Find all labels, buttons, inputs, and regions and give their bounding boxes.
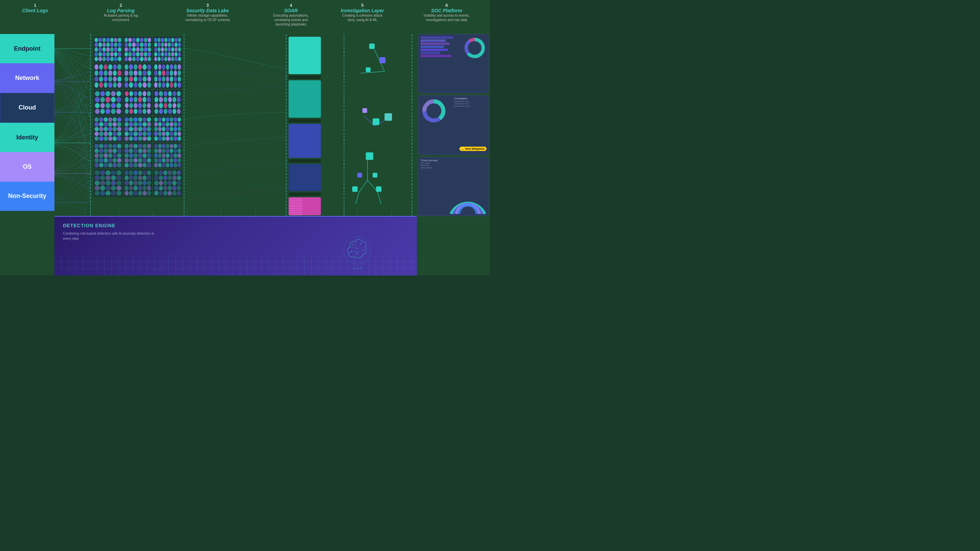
soar-connector3 <box>288 159 321 163</box>
soar-block-data: 1010110010100101010011010100101001101010… <box>288 197 321 215</box>
log-os: OS <box>0 152 54 181</box>
col4-label: 4 SOAR Executing automations, correlatin… <box>269 3 313 27</box>
soar-block-teal1 <box>288 37 321 74</box>
dot-grid-2a <box>94 63 123 89</box>
lightbulb-icon: 💡 <box>461 147 465 150</box>
svg-point-74 <box>351 251 352 252</box>
inv-node-2a <box>363 108 367 113</box>
new-mitigation-badge[interactable]: 💡 New Mitigation <box>460 147 487 151</box>
main-container: 1 Client Logs 2 Log Parsing AI-based par… <box>0 0 490 275</box>
dot-grid-2c <box>153 63 182 89</box>
dot-grid-6b <box>124 169 153 197</box>
dot-grid-4b <box>124 116 153 142</box>
col2-label: 2 Log Parsing AI-based parsing & log enr… <box>97 3 145 22</box>
col3-label: 3 Security Data Lake Infinite storage ca… <box>180 3 235 22</box>
dot-grid-3a <box>94 90 123 115</box>
soc-card-3: Threat summary Item alpha Item beta Item… <box>418 157 488 216</box>
soc-arc-chart <box>447 189 488 216</box>
log-identity: Identity <box>0 123 54 152</box>
inv-node-1a <box>369 43 375 49</box>
dot-grid-6a <box>94 169 123 197</box>
svg-point-75 <box>356 253 358 254</box>
col6-label: 6 SOC Platform Visibility and access to … <box>420 3 473 22</box>
dashed-line-4 <box>344 34 344 216</box>
svg-point-71 <box>352 244 353 245</box>
soar-block-teal2 <box>288 80 321 118</box>
soar-connector4 <box>288 192 321 196</box>
detection-engine-title: DETECTION ENGINE <box>63 223 158 228</box>
inv-node-3c <box>352 186 358 192</box>
detection-engine-subtitle: Combining rule-based detection with AI a… <box>63 231 158 241</box>
dashed-line-1 <box>90 34 91 216</box>
dot-grid-1b <box>124 37 153 62</box>
dot-grid-1c <box>153 37 182 62</box>
soc-card-1 <box>418 34 488 93</box>
dashed-line-2 <box>184 34 185 216</box>
inv-node-2b <box>372 118 379 125</box>
dot-grid-5b <box>124 143 153 168</box>
soc-donut-chart <box>463 36 487 60</box>
data-lake-section <box>94 37 182 215</box>
client-logs-section: Endpoint Network Cloud Identity OS Non-S… <box>0 34 54 211</box>
log-endpoint: Endpoint <box>0 34 54 63</box>
svg-point-72 <box>360 243 361 244</box>
log-cloud: Cloud <box>0 93 54 123</box>
soar-connector2 <box>288 119 321 122</box>
dashed-line-5 <box>412 34 412 216</box>
dot-grid-1a <box>94 37 123 62</box>
svg-point-66 <box>344 237 371 264</box>
soar-block-blue1 <box>288 124 321 158</box>
investigation-section <box>345 37 403 217</box>
detection-engine: DETECTION ENGINE Combining rule-based de… <box>54 216 417 275</box>
dot-grid-5a <box>94 143 123 168</box>
col1-label: 1 Client Logs <box>22 3 48 13</box>
log-network: Network <box>0 63 54 92</box>
soar-block-blue2 <box>288 164 321 191</box>
soc-card-1-bars <box>421 37 457 57</box>
log-nonsec: Non-Security <box>0 182 54 211</box>
dot-grid-4a <box>94 116 123 142</box>
dot-grid-6c <box>153 169 182 197</box>
dashed-line-3 <box>286 34 286 216</box>
inv-node-3root <box>366 152 373 160</box>
soc-donut-large <box>420 97 447 124</box>
dot-grid-2b <box>124 63 153 89</box>
dot-grid-3c <box>153 90 182 115</box>
inv-node-3a <box>357 173 362 178</box>
inv-node-3b <box>372 173 377 178</box>
inv-node-1b <box>379 57 385 63</box>
soar-connector <box>288 76 321 79</box>
svg-point-73 <box>363 250 364 251</box>
inv-node-1c <box>366 67 371 72</box>
dot-grid-3b <box>124 90 153 115</box>
soc-card-2: Investigation Details item one Details i… <box>418 95 488 154</box>
col5-label: 5 Investigation Layer Creating a cohesiv… <box>339 3 386 22</box>
dot-grid-5c <box>153 143 182 168</box>
brain-icon <box>339 232 376 270</box>
inv-node-2c <box>385 113 392 121</box>
inv-node-3d <box>376 186 382 192</box>
dot-grid-4c <box>153 116 182 142</box>
soar-section: 1010110010100101010011010100101001101010… <box>288 37 321 215</box>
soc-section: Investigation Details item one Details i… <box>417 34 490 216</box>
